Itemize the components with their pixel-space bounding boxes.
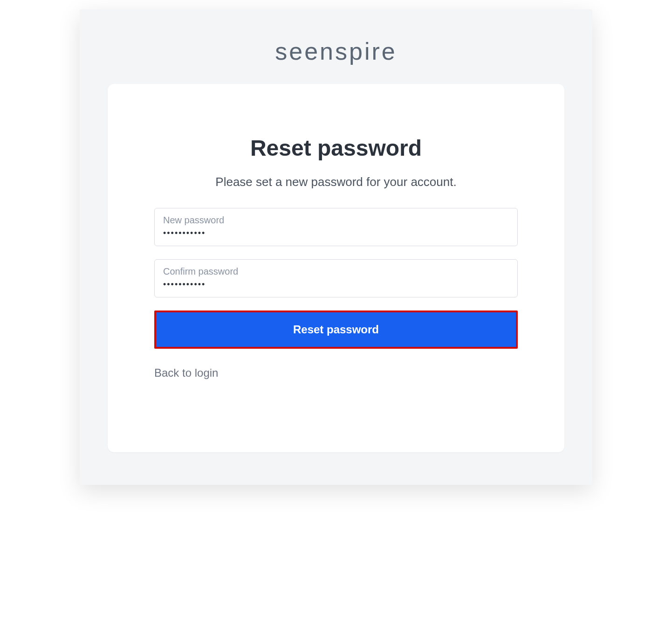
reset-password-card: Reset password Please set a new password… [108,84,564,452]
confirm-password-label: Confirm password [163,266,509,277]
confirm-password-field-wrapper: Confirm password [154,259,518,297]
confirm-password-input[interactable] [163,280,509,290]
page-container: seenspire Reset password Please set a ne… [80,9,592,485]
new-password-field-wrapper: New password [154,208,518,246]
new-password-input[interactable] [163,228,509,238]
submit-highlight: Reset password [154,310,518,349]
new-password-label: New password [163,215,509,226]
brand-logo: seenspire [108,37,564,65]
back-to-login-link[interactable]: Back to login [154,366,218,379]
reset-password-button[interactable]: Reset password [156,312,516,347]
page-title: Reset password [154,135,518,161]
page-subtitle: Please set a new password for your accou… [154,175,518,189]
